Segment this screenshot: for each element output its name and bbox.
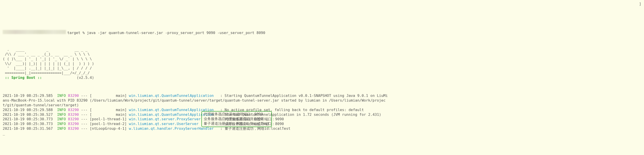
log-wrapped-line: t/git/quantum-tunnel/server/target) — [3, 103, 641, 108]
highlight-annotation-box: 代理服务器启动开始监听端口：9090 业务服务器启动开始监听端口：8090 量子… — [202, 111, 272, 127]
log-line: 2021-10-19 08:25:30.773 INFO 83290 --- [… — [3, 117, 641, 122]
log-line: 2021-10-19 08:25:30.773 INFO 83290 --- [… — [3, 122, 641, 126]
cursor-line[interactable]: _ — [3, 131, 5, 135]
log-separator: --- — [81, 108, 88, 112]
log-message: Starting QuantumTunnelApplication v0.0.1… — [222, 94, 388, 98]
log-pid: 83290 — [68, 94, 79, 98]
log-level: INFO — [57, 108, 66, 112]
log-pid: 83290 — [68, 122, 79, 126]
log-line: 2021-10-19 08:25:29.588 INFO 83290 --- [… — [3, 108, 641, 112]
log-separator: --- — [81, 94, 88, 98]
log-separator: --- — [81, 112, 88, 117]
ascii-line-6: =========|_|==============|___/=/_/_/_/ — [3, 71, 90, 75]
log-logger: win.liumian.qt.server.UserServer — [129, 122, 198, 126]
log-timestamp: 2021-10-19 08:25:30.773 — [3, 122, 53, 126]
log-wrapped-line: ans-MacBook-Pro-15.local with PID 83290 … — [3, 98, 641, 103]
log-timestamp: 2021-10-19 08:25:29.585 — [3, 94, 53, 98]
log-logger: win.liumian.qt.server.ProxyServer — [129, 117, 201, 121]
terminal-prompt-line[interactable]: target % java -jar quantum-tunnel-server… — [3, 30, 641, 35]
log-separator: --- — [81, 122, 88, 126]
log-level: INFO — [57, 94, 66, 98]
log-logger: win.liumian.qt.QuantumTunnelApplication — [129, 94, 214, 98]
log-pid: 83290 — [68, 108, 79, 112]
log-timestamp: 2021-10-19 08:25:29.588 — [3, 108, 53, 112]
spring-boot-version: (v2.5.4) — [77, 75, 94, 80]
log-message: 量子通道注册成功，网络id:localTest — [222, 126, 290, 131]
highlight-line-1: 代理服务器启动开始监听端口：9090 — [204, 112, 263, 116]
ascii-line-5: ' |____| .__|_| |_|_| |_\__, | / / / / — [3, 66, 92, 70]
log-level: INFO — [57, 122, 66, 126]
spring-boot-label: :: Spring Boot :: — [3, 75, 44, 80]
ascii-line-3: ( ( )\___ | '_ | '_| | '_ \/ _` | \ \ \ … — [3, 57, 92, 61]
log-logger: win.liumian.qt.QuantumTunnelApplication — [129, 108, 214, 112]
highlight-line-2: 业务服务器启动开始监听端口：8090 — [204, 117, 263, 121]
log-pid: 83290 — [68, 117, 79, 121]
log-line: 2021-10-19 08:25:31.567 INFO 83290 --- [… — [3, 126, 641, 131]
ascii-line-1: . ____ _ __ _ _ — [3, 47, 88, 52]
log-colon: : — [214, 126, 222, 131]
spring-boot-banner: . ____ _ __ _ _ /\\ / ___'_ __ _ _(_)_ _… — [3, 47, 641, 80]
log-separator: --- — [81, 126, 88, 131]
log-level: INFO — [57, 112, 66, 117]
log-thread: [pool-1-thread-1] — [90, 117, 127, 121]
highlight-line-3: 量子通道注册成功，网络id:localTest — [204, 122, 270, 126]
log-thread: [ main] — [90, 108, 127, 112]
log-level: INFO — [57, 117, 66, 121]
log-output-area: 2021-10-19 08:25:29.585 INFO 83290 --- [… — [3, 94, 641, 136]
log-thread: [ main] — [90, 112, 127, 117]
log-timestamp: 2021-10-19 08:25:30.773 — [3, 117, 53, 121]
log-logger: win.liumian.qt.QuantumTunnelApplication — [129, 112, 214, 117]
ascii-line-2: /\\ / ___'_ __ _ _(_)_ __ __ _ \ \ \ \ — [3, 52, 90, 56]
log-colon: : — [214, 94, 222, 98]
prompt-blurred-path — [3, 30, 66, 34]
prompt-command-text: target % java -jar quantum-tunnel-server… — [67, 31, 265, 35]
log-thread: [ main] — [90, 94, 127, 98]
log-logger: w.liumian.qt.handler.ProxyServerHandler — [129, 126, 214, 131]
log-level: INFO — [57, 126, 66, 131]
log-line: 2021-10-19 08:25:29.585 INFO 83290 --- [… — [3, 94, 641, 98]
log-thread: [ntLoopGroup-4-1] — [90, 126, 127, 131]
log-line: 2021-10-19 08:25:30.527 INFO 83290 --- [… — [3, 112, 641, 117]
prompt-right-bracket: ] — [639, 2, 641, 6]
log-pid: 83290 — [68, 112, 79, 117]
log-timestamp: 2021-10-19 08:25:31.567 — [3, 126, 53, 131]
log-timestamp: 2021-10-19 08:25:30.527 — [3, 112, 53, 117]
ascii-line-4: \\/ ___)| |_)| | | | | || (_| | ) ) ) ) — [3, 61, 94, 66]
log-pid: 83290 — [68, 126, 79, 131]
log-thread: [pool-1-thread-2] — [90, 122, 127, 126]
log-separator: --- — [81, 117, 88, 121]
